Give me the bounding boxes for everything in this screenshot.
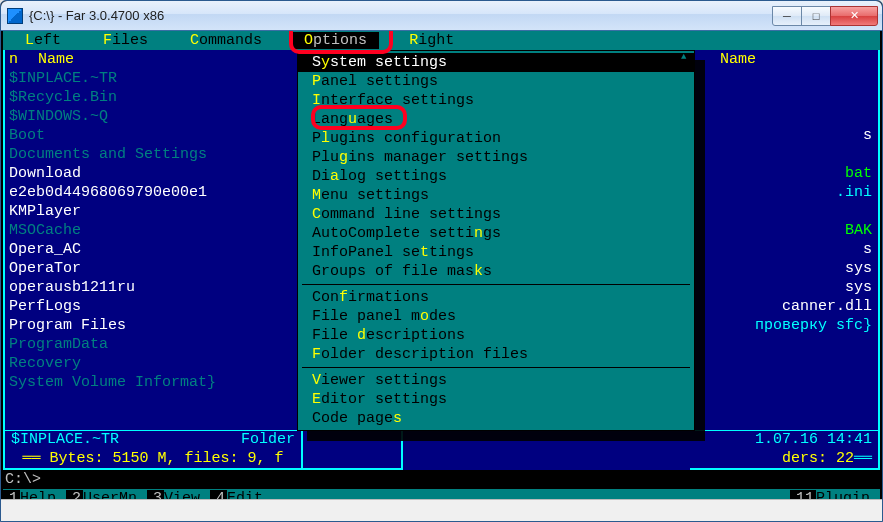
menu-left[interactable]: Left: [13, 32, 73, 49]
menu-option[interactable]: Plugins configuration: [298, 129, 694, 148]
keybar-label[interactable]: Help: [20, 490, 66, 499]
status-folders: ders: 22: [782, 450, 854, 469]
list-item[interactable]: [690, 107, 878, 126]
command-line[interactable]: C:\>: [3, 470, 880, 489]
keybar-num: 3: [147, 490, 164, 499]
list-item[interactable]: canner.dll: [690, 297, 878, 316]
menu-option[interactable]: System settings: [298, 53, 694, 72]
menu-option[interactable]: Viewer settings: [298, 371, 694, 390]
menu-option[interactable]: AutoComplete settings: [298, 224, 694, 243]
list-item[interactable]: sys: [690, 278, 878, 297]
menu-option[interactable]: Editor settings: [298, 390, 694, 409]
menu-right[interactable]: Right: [397, 32, 466, 49]
list-item[interactable]: .ini: [690, 183, 878, 202]
menu-separator: [302, 284, 690, 285]
minimize-button[interactable]: ─: [772, 6, 802, 26]
options-dropdown[interactable]: System settingsPanel settingsInterface s…: [297, 50, 695, 431]
list-item[interactable]: $WINDOWS.~Q: [5, 107, 301, 126]
status-type: Folder: [241, 431, 295, 450]
list-item[interactable]: KMPlayer: [5, 202, 301, 221]
menu-option[interactable]: InfoPanel settings: [298, 243, 694, 262]
window-frame: {C:\} - Far 3.0.4700 x86 ─ □ ✕ LeftFiles…: [0, 0, 883, 522]
list-item[interactable]: sys: [690, 259, 878, 278]
prompt-text: C:\>: [5, 471, 41, 488]
left-panel-status: $INPLACE.~TR Folder ══ Bytes: 5150 M, fi…: [5, 430, 301, 468]
menu-option[interactable]: Confirmations: [298, 288, 694, 307]
list-item[interactable]: OperaTor: [5, 259, 301, 278]
menu-separator: [302, 367, 690, 368]
menu-option[interactable]: Interface settings: [298, 91, 694, 110]
list-item[interactable]: ProgramData: [5, 335, 301, 354]
col-header-n: n: [9, 51, 38, 68]
list-item[interactable]: $Recycle.Bin: [5, 88, 301, 107]
menu-option[interactable]: Code pages: [298, 409, 694, 428]
list-item[interactable]: bat: [690, 164, 878, 183]
menubar[interactable]: LeftFilesCommandsOptionsRight: [3, 31, 880, 50]
list-item[interactable]: System Volume Informat}: [5, 373, 301, 392]
keybar-num: 4: [210, 490, 227, 499]
list-item[interactable]: Opera_AC: [5, 240, 301, 259]
keybar-label[interactable]: View: [164, 490, 210, 499]
list-item[interactable]: operausb1211ru: [5, 278, 301, 297]
list-item[interactable]: Program Files: [5, 316, 301, 335]
status-bytes: ══ Bytes: 5150 M, files: 9, f: [22, 450, 283, 469]
list-item[interactable]: [690, 88, 878, 107]
keybar-label[interactable]: Plugin: [816, 490, 880, 499]
menu-files[interactable]: Files: [91, 32, 160, 49]
right-panel[interactable]: Name sbat.iniBAKssyssyscanner.dllпроверк…: [690, 50, 880, 470]
app-icon: [7, 8, 23, 24]
list-item[interactable]: [690, 69, 878, 88]
window-title: {C:\} - Far 3.0.4700 x86: [29, 8, 164, 23]
list-item[interactable]: Download: [5, 164, 301, 183]
close-button[interactable]: ✕: [830, 6, 878, 26]
window-statusbar: [1, 499, 882, 521]
keybar-num: 11: [790, 490, 816, 499]
keybar-num: 1: [3, 490, 20, 499]
list-item[interactable]: s: [690, 126, 878, 145]
list-item[interactable]: Documents and Settings: [5, 145, 301, 164]
keybar[interactable]: 1Help2UserMn3View4Edit11Plugin: [3, 489, 880, 499]
keybar-num: 2: [66, 490, 83, 499]
list-item[interactable]: s: [690, 240, 878, 259]
menu-option[interactable]: Dialog settings: [298, 167, 694, 186]
menu-option[interactable]: Panel settings: [298, 72, 694, 91]
menu-option[interactable]: Menu settings: [298, 186, 694, 205]
list-item[interactable]: MSOCache: [5, 221, 301, 240]
col-header-right: Name: [720, 51, 776, 68]
maximize-button[interactable]: □: [801, 6, 831, 26]
menu-option[interactable]: Groups of file masks: [298, 262, 694, 281]
status-date: 1.07.16 14:41: [755, 431, 872, 450]
status-name: $INPLACE.~TR: [11, 431, 119, 450]
menu-option[interactable]: Folder description files: [298, 345, 694, 364]
col-header-name: Name: [38, 51, 94, 68]
keybar-label[interactable]: UserMn: [83, 490, 147, 499]
list-item[interactable]: $INPLACE.~TR: [5, 69, 301, 88]
right-panel-header: Name: [690, 50, 878, 69]
list-item[interactable]: PerfLogs: [5, 297, 301, 316]
terminal-area: LeftFilesCommandsOptionsRight n Name $IN…: [1, 31, 882, 499]
menu-options[interactable]: Options: [292, 32, 379, 49]
right-panel-status: 1.07.16 14:41 ders: 22 ══: [690, 430, 878, 468]
keybar-label[interactable]: Edit: [227, 490, 273, 499]
window-buttons: ─ □ ✕: [773, 6, 878, 26]
menu-option[interactable]: Plugins manager settings: [298, 148, 694, 167]
titlebar[interactable]: {C:\} - Far 3.0.4700 x86 ─ □ ✕: [1, 1, 882, 31]
menu-option[interactable]: File descriptions: [298, 326, 694, 345]
menu-option[interactable]: Languages: [298, 110, 694, 129]
list-item[interactable]: Recovery: [5, 354, 301, 373]
list-item[interactable]: [690, 202, 878, 221]
left-panel-header: n Name: [5, 50, 301, 69]
scroll-up-icon[interactable]: [682, 55, 691, 65]
left-panel[interactable]: n Name $INPLACE.~TR$Recycle.Bin$WINDOWS.…: [3, 50, 303, 470]
list-item[interactable]: [690, 145, 878, 164]
list-item[interactable]: Boot: [5, 126, 301, 145]
menu-commands[interactable]: Commands: [178, 32, 274, 49]
list-item[interactable]: e2eb0d44968069790e00e1: [5, 183, 301, 202]
list-item[interactable]: проверку sfc}: [690, 316, 878, 335]
menu-option[interactable]: File panel modes: [298, 307, 694, 326]
menu-option[interactable]: Command line settings: [298, 205, 694, 224]
list-item[interactable]: BAK: [690, 221, 878, 240]
